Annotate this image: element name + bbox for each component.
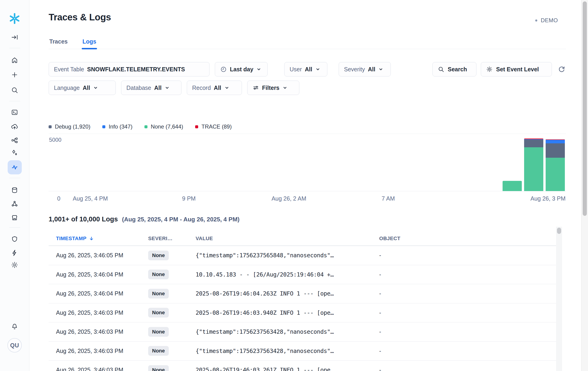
- chart-bar[interactable]: [503, 181, 522, 191]
- sliders-icon: [252, 85, 259, 91]
- cell-value: {"timestamp":1756237563428,"nanoseconds"…: [196, 348, 379, 354]
- cell-value: 10.10.45.183 - - [26/Aug/2025:19:46:04 +…: [196, 271, 379, 278]
- collapse-sidebar-button[interactable]: [11, 33, 18, 41]
- collapse-sidebar-icon: [11, 33, 18, 41]
- sidebar-item-worksheets[interactable]: [11, 109, 18, 116]
- refresh-button[interactable]: [556, 64, 567, 74]
- database-filter[interactable]: Database All: [121, 81, 181, 95]
- sidebar-item-settings[interactable]: [11, 262, 18, 269]
- cell-object: -: [379, 367, 559, 371]
- user-avatar[interactable]: QU: [7, 338, 22, 352]
- chart-bar[interactable]: [524, 138, 543, 191]
- sparkles-icon: [11, 149, 18, 157]
- sidebar-item-pipelines[interactable]: [11, 137, 18, 144]
- event-table-filter[interactable]: Event Table SNOWFLAKE.TELEMETRY.EVENTS: [49, 62, 210, 76]
- column-header-severity[interactable]: SEVERI…: [148, 235, 196, 242]
- table-row[interactable]: Aug 26, 2025, 3:46:03 PM None {"timestam…: [49, 322, 559, 342]
- database-icon: [11, 187, 18, 194]
- notifications-button[interactable]: [11, 323, 18, 330]
- cell-timestamp: Aug 26, 2025, 3:46:04 PM: [49, 290, 148, 297]
- database-filter-value: All: [154, 85, 162, 91]
- chart-bar[interactable]: [546, 139, 565, 191]
- time-range-filter[interactable]: Last day: [215, 62, 268, 76]
- tab-logs[interactable]: Logs: [82, 38, 97, 49]
- legend-item-info[interactable]: Info (347): [102, 123, 132, 130]
- column-header-value[interactable]: VALUE: [196, 235, 379, 242]
- sidebar-item-search[interactable]: [11, 87, 18, 94]
- x-tick-label: Aug 26, 2 AM: [272, 195, 306, 202]
- bell-icon: [11, 323, 18, 330]
- table-row[interactable]: Aug 26, 2025, 3:46:04 PM None 2025-08-26…: [49, 284, 559, 303]
- search-icon: [438, 66, 444, 73]
- cloud-upload-icon: [11, 123, 18, 130]
- sidebar-item-ai-ml[interactable]: [11, 149, 18, 157]
- table-row[interactable]: Aug 26, 2025, 3:46:03 PM None 2025-08-26…: [49, 303, 559, 323]
- table-row[interactable]: Aug 26, 2025, 3:46:05 PM None {"timestam…: [49, 246, 559, 265]
- clock-icon: [220, 66, 227, 73]
- cell-severity: None: [148, 308, 196, 318]
- cell-timestamp: Aug 26, 2025, 3:46:05 PM: [49, 252, 148, 259]
- severity-filter[interactable]: Severity All: [339, 62, 391, 76]
- page-title: Traces & Logs: [49, 12, 111, 22]
- sidebar-item-databases[interactable]: [11, 187, 18, 194]
- sidebar-item-governance[interactable]: [11, 236, 18, 243]
- logs-table: TIMESTAMP SEVERI… VALUE OBJECT Aug 26, 2…: [49, 232, 559, 371]
- severity-filter-label: Severity: [344, 66, 365, 73]
- avatar-initials: QU: [7, 338, 22, 352]
- cell-timestamp: Aug 26, 2025, 3:46:04 PM: [49, 271, 148, 278]
- language-filter-label: Language: [54, 85, 80, 91]
- snowflake-logo[interactable]: [9, 12, 21, 25]
- table-scrollbar: [556, 227, 562, 371]
- bar-segment-info: [546, 140, 565, 143]
- cell-object: -: [379, 329, 559, 335]
- time-range-value: Last day: [230, 66, 253, 73]
- chevron-down-icon: [93, 85, 98, 90]
- lightning-bolt-icon: [11, 249, 18, 257]
- column-header-timestamp[interactable]: TIMESTAMP: [49, 235, 148, 242]
- shared-nodes-icon: [11, 200, 18, 208]
- sidebar: QU: [0, 0, 29, 371]
- severity-badge: None: [148, 270, 169, 279]
- user-filter[interactable]: User All: [284, 62, 327, 76]
- table-row[interactable]: Aug 26, 2025, 3:46:03 PM None {"timestam…: [49, 342, 559, 361]
- activity-pulse-icon: [11, 163, 19, 171]
- storefront-icon: [11, 214, 18, 221]
- flow-diagram-icon: [11, 137, 18, 144]
- sidebar-item-collaboration[interactable]: [11, 200, 18, 208]
- sort-descending-icon: [89, 236, 94, 241]
- event-table-label: Event Table: [54, 66, 84, 73]
- sidebar-item-marketplace[interactable]: [11, 214, 18, 221]
- more-filters-label: Filters: [262, 85, 279, 91]
- sidebar-item-create-new[interactable]: [11, 71, 18, 78]
- severity-badge: None: [148, 289, 169, 298]
- sidebar-item-data-load[interactable]: [11, 123, 18, 130]
- sidebar-item-automation[interactable]: [11, 249, 18, 257]
- page-scrollbar-thumb[interactable]: [583, 1, 587, 216]
- sidebar-item-home[interactable]: [11, 57, 18, 64]
- bar-segment-debug: [524, 140, 543, 147]
- record-filter[interactable]: Record All: [187, 81, 242, 95]
- legend-item-none[interactable]: None (7,644): [145, 123, 183, 130]
- column-header-object[interactable]: OBJECT: [379, 235, 559, 242]
- legend-label-none: None (7,644): [151, 123, 183, 130]
- log-volume-chart: 5000: [49, 134, 566, 191]
- legend-item-trace[interactable]: TRACE (89): [195, 123, 232, 130]
- sidebar-item-monitoring-active[interactable]: [8, 160, 22, 174]
- sidebar-divider: [9, 227, 20, 228]
- language-filter[interactable]: Language All: [49, 81, 116, 95]
- table-scrollbar-thumb[interactable]: [557, 228, 561, 234]
- set-event-level-button[interactable]: Set Event Level: [481, 62, 552, 76]
- record-filter-label: Record: [192, 85, 211, 91]
- legend-item-debug[interactable]: Debug (1,920): [49, 123, 90, 130]
- search-button[interactable]: Search: [432, 62, 476, 76]
- table-row[interactable]: Aug 26, 2025, 3:46:03 PM None 2025-08-26…: [49, 360, 559, 371]
- cell-value: 2025-08-26T19:46:04.263Z INFO 1 --- [ope…: [196, 290, 379, 297]
- cell-severity: None: [148, 251, 196, 260]
- cell-object: -: [379, 290, 559, 297]
- table-row[interactable]: Aug 26, 2025, 3:46:04 PM None 10.10.45.1…: [49, 265, 559, 284]
- tab-traces[interactable]: Traces: [49, 38, 68, 49]
- more-filters-dropdown[interactable]: Filters: [247, 81, 299, 95]
- terminal-icon: [11, 109, 18, 116]
- logs-summary: 1,001+ of 10,000 Logs (Aug 25, 2025, 4 P…: [49, 215, 240, 223]
- cell-severity: None: [148, 327, 196, 337]
